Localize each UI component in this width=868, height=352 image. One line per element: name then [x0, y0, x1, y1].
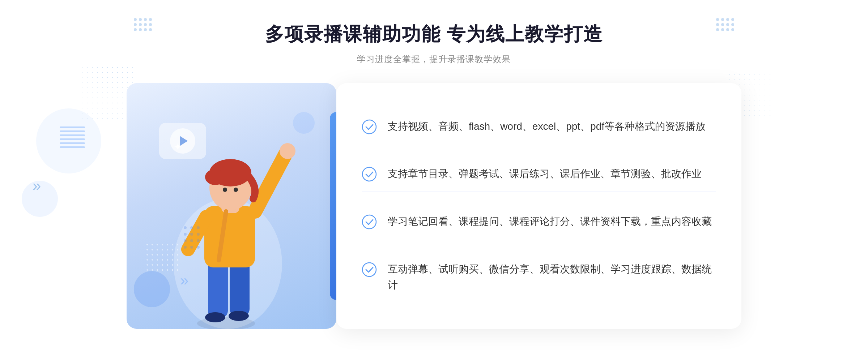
feature-text-4: 互动弹幕、试听购买、微信分享、观看次数限制、学习进度跟踪、数据统计 — [388, 261, 716, 294]
svg-point-33 — [362, 263, 376, 276]
check-icon-3 — [362, 214, 377, 229]
svg-point-32 — [362, 215, 376, 229]
svg-point-20 — [184, 233, 187, 236]
svg-point-27 — [190, 246, 193, 249]
svg-point-13 — [205, 169, 225, 185]
main-content: » 支持视频、音频、flash、word、excel、ppt、pdf等各种格式的… — [127, 83, 741, 329]
svg-point-22 — [197, 233, 200, 236]
stripe-decoration — [60, 126, 85, 170]
svg-point-17 — [184, 226, 187, 229]
header-section: 多项录播课辅助功能 专为线上教学打造 学习进度全掌握，提升录播课教学效果 — [265, 22, 603, 65]
svg-text:»: » — [180, 272, 188, 289]
svg-rect-2 — [208, 260, 228, 318]
check-icon-4 — [362, 262, 377, 277]
check-icon-2 — [362, 167, 377, 182]
svg-point-24 — [190, 239, 193, 242]
svg-point-18 — [190, 226, 193, 229]
page-container: » 多项录播课辅助功能 专为线上教学打造 学习进度全掌握，提升录播课教学效果 — [0, 0, 868, 352]
feature-text-2: 支持章节目录、弹题考试、课后练习、课后作业、章节测验、批改作业 — [388, 166, 702, 182]
svg-point-5 — [229, 311, 249, 321]
feature-item-2: 支持章节目录、弹题考试、课后练习、课后作业、章节测验、批改作业 — [362, 157, 716, 192]
features-card: 支持视频、音频、flash、word、excel、ppt、pdf等各种格式的资源… — [336, 83, 741, 329]
illustration-card: » — [127, 83, 336, 329]
svg-point-31 — [362, 167, 376, 181]
svg-point-30 — [362, 120, 376, 134]
feature-text-3: 学习笔记回看、课程提问、课程评论打分、课件资料下载，重点内容收藏 — [388, 214, 712, 230]
sub-title: 学习进度全掌握，提升录播课教学效果 — [265, 53, 603, 65]
figure-illustration: » — [156, 119, 307, 329]
svg-point-23 — [184, 239, 187, 242]
svg-point-21 — [190, 233, 193, 236]
svg-line-7 — [255, 154, 286, 211]
svg-point-25 — [197, 239, 200, 242]
svg-point-26 — [184, 246, 187, 249]
svg-point-4 — [205, 312, 225, 322]
feature-item-3: 学习笔记回看、课程提问、课程评论打分、课件资料下载，重点内容收藏 — [362, 205, 716, 239]
svg-point-28 — [197, 246, 200, 249]
svg-point-19 — [197, 226, 200, 229]
main-title: 多项录播课辅助功能 专为线上教学打造 — [265, 22, 603, 47]
svg-point-16 — [234, 188, 238, 192]
bg-circle-small — [22, 181, 58, 217]
svg-point-8 — [280, 143, 295, 159]
feature-text-1: 支持视频、音频、flash、word、excel、ppt、pdf等各种格式的资源… — [388, 119, 706, 135]
feature-item-1: 支持视频、音频、flash、word、excel、ppt、pdf等各种格式的资源… — [362, 110, 716, 144]
svg-point-15 — [223, 188, 227, 192]
dot-grid-left — [134, 18, 152, 31]
feature-item-4: 互动弹幕、试听购买、微信分享、观看次数限制、学习进度跟踪、数据统计 — [362, 252, 716, 303]
check-icon-1 — [362, 119, 377, 134]
dot-grid-right — [716, 18, 734, 31]
svg-rect-3 — [230, 260, 250, 316]
